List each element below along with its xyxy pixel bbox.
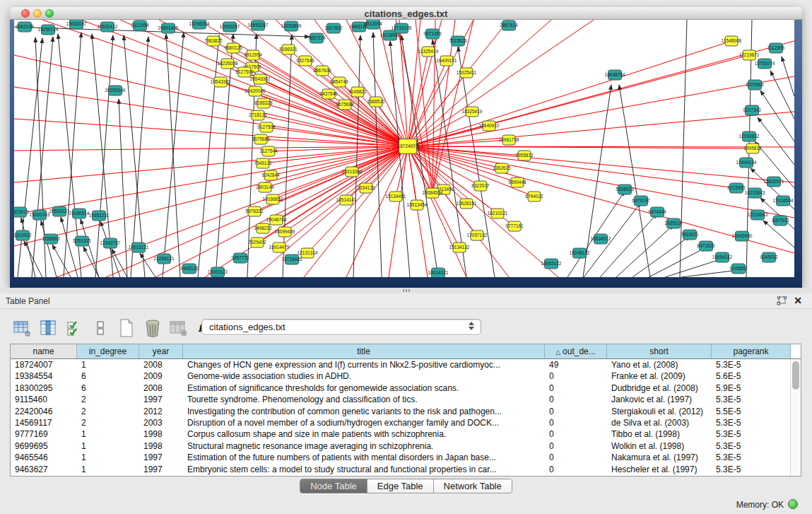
graph-node[interactable]: 12093832 [739, 132, 760, 141]
table-cell[interactable]: Changes of HCN gene expression and I(f) … [183, 359, 545, 370]
table-cell[interactable]: Stergiakouli et al. (2012) [607, 406, 712, 417]
table-cell[interactable]: 5.3E-5 [712, 359, 791, 370]
graph-node[interactable]: 13063197 [66, 20, 87, 29]
graph-node[interactable]: 15134132 [449, 243, 470, 252]
graph-node[interactable]: 12342737 [100, 238, 121, 248]
panel-splitter[interactable] [0, 288, 812, 293]
table-cell[interactable]: 18300295 [11, 382, 77, 394]
table-vertical-scrollbar[interactable] [790, 359, 801, 476]
table-cell[interactable]: 0 [545, 417, 607, 428]
close-panel-icon[interactable]: ✕ [794, 295, 802, 306]
splitter-grip-icon[interactable] [403, 289, 410, 292]
graph-node[interactable]: 16053809 [281, 21, 302, 31]
graph-node[interactable]: 1319932 [14, 230, 32, 240]
table-cell[interactable]: 2 [77, 406, 139, 417]
graph-node[interactable]: 17057132 [467, 230, 488, 240]
graph-node[interactable]: 7154131 [357, 183, 375, 193]
table-row[interactable]: 1938455462009Genome-wide association stu… [11, 370, 801, 382]
graph-node[interactable]: 10653287 [248, 21, 269, 30]
graph-node[interactable]: 16648784 [605, 70, 625, 80]
table-cell[interactable]: 1 [77, 440, 139, 452]
graph-node[interactable]: 10553287 [220, 22, 240, 32]
graph-node[interactable]: 2718126 [249, 110, 267, 120]
graph-node[interactable]: 7857224 [307, 33, 326, 43]
tab-network-table[interactable]: Network Table [434, 479, 512, 493]
graph-node[interactable]: 3675685 [252, 134, 270, 144]
table-cell[interactable]: 2008 [139, 382, 183, 394]
graph-node[interactable]: 10614121 [428, 268, 449, 277]
graph-node[interactable]: 8471626 [697, 241, 715, 251]
table-settings-icon[interactable]: ⚙ [13, 319, 31, 337]
table-row[interactable]: 1830029562008Estimation of significance … [11, 382, 801, 394]
table-cell[interactable]: 1998 [139, 428, 183, 440]
graph-node[interactable]: 1527802 [324, 23, 343, 33]
graph-node[interactable]: 15692971 [764, 177, 784, 187]
table-cell[interactable]: 1 [77, 428, 139, 440]
table-cell[interactable]: 0 [545, 464, 607, 475]
table-cell[interactable]: 1997 [139, 452, 183, 463]
graph-node[interactable]: 10543382 [211, 77, 231, 87]
graph-node[interactable]: 7632621 [681, 230, 699, 240]
table-cell[interactable]: 9115460 [11, 394, 77, 405]
float-window-icon[interactable] [777, 296, 787, 305]
column-header-name[interactable]: name [11, 344, 77, 358]
table-cell[interactable]: Franke et al. (2009) [607, 370, 712, 382]
graph-node[interactable]: 16914479 [269, 243, 290, 252]
graph-node[interactable]: 7963822 [204, 36, 223, 46]
graph-node[interactable]: 10942450 [732, 231, 753, 241]
select-columns-icon[interactable] [39, 319, 57, 337]
graph-node[interactable]: 16210643 [745, 188, 765, 198]
graph-node[interactable]: 14099489 [275, 227, 295, 237]
table-cell[interactable]: 0 [545, 428, 607, 440]
table-cell[interactable]: 0 [545, 370, 607, 382]
tab-node-table[interactable]: Node Table [300, 479, 367, 493]
scrollbar-thumb[interactable] [792, 361, 799, 390]
graph-node[interactable]: 22420046 [245, 86, 266, 96]
table-cell[interactable]: 2003 [139, 417, 183, 428]
graph-node[interactable]: 10953122 [541, 259, 562, 269]
table-cell[interactable]: Yano et al. (2008) [607, 359, 712, 370]
table-cell[interactable]: 9699695 [11, 440, 77, 452]
table-cell[interactable]: Wolkin et al. (1998) [607, 440, 712, 452]
graph-node[interactable]: 15751074 [755, 59, 775, 69]
graph-node[interactable]: 6794022 [525, 192, 543, 201]
unselect-all-icon[interactable] [91, 319, 110, 337]
graph-node[interactable]: 2887614 [500, 21, 518, 30]
graph-node[interactable]: 8912954 [244, 50, 262, 60]
graph-node[interactable]: 8186328 [254, 98, 273, 108]
graph-node[interactable]: 12110643 [748, 210, 768, 220]
graph-node[interactable]: 1362615 [493, 163, 511, 173]
graph-node[interactable]: 8322037 [471, 181, 490, 191]
graph-node[interactable]: 11548908 [722, 36, 742, 46]
table-cell[interactable]: 0 [545, 406, 607, 417]
table-row[interactable]: 1872400712008Changes of HCN gene express… [11, 359, 801, 370]
table-cell[interactable]: 0 [545, 382, 607, 394]
graph-node[interactable]: 15061943 [30, 210, 50, 220]
new-file-icon[interactable] [117, 319, 136, 337]
graph-node[interactable]: 2935114 [665, 218, 683, 228]
graph-node[interactable]: 3498222 [254, 223, 272, 233]
table-row[interactable]: 946362711997Embryonic stem cells: a mode… [11, 464, 801, 475]
column-header-short[interactable]: short [607, 344, 712, 358]
graph-node[interactable]: 9890448 [508, 177, 526, 187]
table-cell[interactable]: 18724007 [11, 359, 77, 370]
graph-node[interactable]: 1588520 [367, 97, 385, 107]
graph-node[interactable]: 1156863 [42, 234, 60, 244]
table-row[interactable]: 1456911722003Disruption of a novel membe… [11, 417, 801, 428]
graph-node[interactable]: 2867608 [313, 66, 331, 76]
table-cell[interactable]: 19384554 [11, 370, 77, 382]
table-cell[interactable]: 2012 [139, 406, 183, 417]
network-table-selector[interactable]: citations_edges.txt [201, 319, 481, 335]
table-cell[interactable]: Dudbridge et al. (2008) [607, 382, 712, 394]
table-cell[interactable]: 5.3E-5 [712, 394, 791, 405]
delete-table-icon[interactable] [143, 319, 162, 337]
window-titlebar[interactable]: citations_edges.txt [10, 7, 802, 20]
column-header-pagerank[interactable]: pagerank [712, 344, 791, 358]
citation-network-graph[interactable]: 2063198140557241306319720531412331295420… [14, 20, 794, 277]
graph-node[interactable]: 16210221 [488, 209, 508, 218]
table-cell[interactable]: 5.9E-5 [712, 382, 791, 394]
table-cell[interactable]: Embryonic stem cells: a model to study s… [183, 464, 545, 475]
table-cell[interactable]: 6 [77, 382, 139, 394]
graph-node[interactable]: 8813054 [364, 20, 382, 29]
table-cell[interactable]: 5.6E-5 [712, 370, 791, 382]
